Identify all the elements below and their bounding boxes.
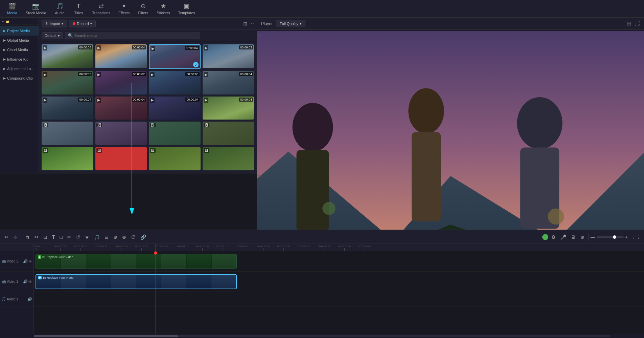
photo-icon-01b: 🖼 xyxy=(204,123,209,127)
filter-icon[interactable]: ⊞ xyxy=(243,21,247,26)
nav-transitions[interactable]: ⇄ Transitions xyxy=(89,1,114,16)
tl-sep-2 xyxy=(588,234,589,240)
tl-mic-btn[interactable]: 🎤 xyxy=(559,233,568,241)
media-item-03-photo-a[interactable]: 🖼 03 Replace Your Photo xyxy=(149,122,201,145)
media-item-05[interactable]: 00:00:04 ▶ 05 Replace Your Video xyxy=(42,97,93,120)
tl-text-btn[interactable]: T xyxy=(50,233,57,241)
media-item-10[interactable]: 00:00:04 ▶ ✓ 10 Replace Your Video xyxy=(149,44,201,69)
nav-stickers[interactable]: ★ Stickers xyxy=(153,1,173,16)
tl-sep-1 xyxy=(21,234,21,240)
add-track-icon[interactable]: + xyxy=(2,20,4,23)
tl-monitor-btn[interactable]: 🖥 xyxy=(569,233,577,241)
track-v2-eye[interactable]: 👁 xyxy=(28,259,32,263)
track-v2-mute[interactable]: 🔊 xyxy=(23,259,28,263)
sidebar-item-compound-clip[interactable]: ▶ Compound Clip xyxy=(0,73,39,83)
nav-audio[interactable]: 🎵 Audio xyxy=(51,1,69,16)
sidebar-item-cloud-media[interactable]: ▶ Cloud Media xyxy=(0,45,39,55)
media-thumb-01-photo-b: 🖼 xyxy=(203,122,254,145)
media-item-04-photo[interactable]: 🖼 04 Replace Your Photo xyxy=(203,147,254,170)
media-item-03-photo-c[interactable]: 🖼 03 Replace Your Photo xyxy=(149,147,201,170)
zoom-slider[interactable] xyxy=(597,236,624,238)
media-duration-11: 00:00:03 xyxy=(78,45,92,49)
hscroll-thumb[interactable] xyxy=(34,335,178,337)
search-input[interactable] xyxy=(74,34,197,38)
tl-select-btn[interactable]: ⊹ xyxy=(12,233,19,241)
default-view-button[interactable]: Default ▾ xyxy=(42,32,63,39)
track-v1-mute[interactable]: 🔊 xyxy=(23,279,28,284)
chevron-icon-2: ▶ xyxy=(3,39,6,42)
grid-view-icon[interactable]: ⊞ xyxy=(627,20,631,27)
sidebar-item-influence-kit[interactable]: ▶ Influence Kit xyxy=(0,55,39,64)
media-item-14[interactable]: 00:00:04 ▶ 14 Replace Your Video xyxy=(95,44,147,69)
media-item-11[interactable]: 00:00:03 ▶ 11 Replace Your Video xyxy=(42,44,93,69)
media-item-02-photo-b[interactable]: 🖼 02 Replace Your Photo xyxy=(42,147,93,170)
record-button[interactable]: Record ▾ xyxy=(69,20,95,27)
track-v1-info: Video 1 xyxy=(7,280,22,283)
tl-undo-btn[interactable]: ↩ xyxy=(3,233,10,241)
track-video1: ▶ 15 Replace Your Video xyxy=(34,272,644,292)
track-a1-icon[interactable]: 🎵 xyxy=(1,297,6,301)
more-options-icon[interactable]: ⋯ xyxy=(249,21,254,26)
quality-button[interactable]: Full Quality ▾ xyxy=(276,20,305,27)
media-thumb-08: 00:00:04 ▶ xyxy=(95,97,147,120)
track-v1-eye[interactable]: 👁 xyxy=(28,280,32,284)
tl-add-track-btn[interactable]: ⊕ xyxy=(579,233,586,241)
ruler-spacer xyxy=(0,244,33,251)
sidebar-item-adjustment-layer[interactable]: ▶ Adjustment La... xyxy=(0,64,39,73)
clip-video1[interactable]: ▶ 15 Replace Your Video xyxy=(36,274,237,289)
media-item-01-photo-a[interactable]: 🖼 01 Replace Your Photo xyxy=(42,122,93,145)
tl-split-btn[interactable]: ⊗ xyxy=(120,233,128,241)
tl-zoom-out-btn[interactable]: — xyxy=(591,234,595,240)
tl-transition-btn[interactable]: ⊟ xyxy=(103,233,110,241)
sidebar-item-project-media[interactable]: ▶ Project Media xyxy=(0,26,39,36)
tl-grid-btn[interactable]: ⋮⋮ xyxy=(630,234,641,240)
tl-crop-btn[interactable]: ⊡ xyxy=(42,233,49,241)
timeline-ruler: 00:00 00:00:00:05 00:00:00:10 00:00 xyxy=(34,244,644,251)
tl-green-indicator[interactable] xyxy=(542,234,548,240)
media-item-12[interactable]: 00:00:03 ▶ 12 Replace Your Video xyxy=(149,71,201,94)
preview-top-bar xyxy=(257,30,644,31)
tl-zoom-btn[interactable]: ⊕ xyxy=(112,233,119,241)
media-item-01-photo-b[interactable]: 🖼 01 Replace Your Photo xyxy=(203,122,254,145)
tl-cut-btn[interactable]: ✂ xyxy=(33,233,40,241)
tl-shape-btn[interactable]: □ xyxy=(58,233,64,241)
tl-delete-btn[interactable]: 🗑 xyxy=(23,233,31,241)
detach-icon[interactable]: ⛶ xyxy=(635,21,640,27)
chevron-icon-3: ▶ xyxy=(3,48,6,51)
media-item-03-photo-red[interactable]: 🖼 03 Replace Your Photo xyxy=(95,147,147,170)
track-v1-icon[interactable]: 📹 xyxy=(1,279,6,284)
folder-icon[interactable]: 📁 xyxy=(6,20,9,23)
hscroll-track[interactable] xyxy=(34,335,610,337)
tl-rotate-btn[interactable]: ↺ xyxy=(74,233,82,241)
media-item-02-photo[interactable]: 🖼 02 Replace Your Photo xyxy=(95,122,147,145)
tl-speed-btn[interactable]: ⏱ xyxy=(129,233,137,241)
tl-link-btn[interactable]: 🔗 xyxy=(139,233,148,241)
nav-filters[interactable]: ⊙ Filters xyxy=(134,1,152,16)
nav-effects[interactable]: ✦ Effects xyxy=(115,1,133,16)
clip-video2[interactable]: ▶ 01 Replace Your Video xyxy=(36,254,237,269)
track-v2-icon[interactable]: 📹 xyxy=(1,259,6,263)
tl-audio-btn[interactable]: 🎵 xyxy=(92,233,101,241)
tl-zoom-in-btn[interactable]: + xyxy=(625,234,628,240)
import-button[interactable]: ⬇ Import ▾ xyxy=(42,20,67,27)
media-item-07[interactable]: 00:00:04 ▶ 07 Replace Your Video xyxy=(149,97,201,120)
tl-paint-btn[interactable]: ✏ xyxy=(66,233,73,241)
nav-templates[interactable]: ▣ Templates xyxy=(175,1,198,16)
nav-stock-media[interactable]: 📷 Stock Media xyxy=(22,1,50,16)
nav-media[interactable]: 🎬 Media xyxy=(3,1,21,16)
media-thumb-02-photo: 🖼 xyxy=(95,122,147,145)
tl-effects-btn[interactable]: ★ xyxy=(83,233,91,241)
media-item-16[interactable]: 00:00:03 ▶ 16 Replace Your Video xyxy=(42,71,93,94)
media-item-06[interactable]: 00:00:04 ▶ 06 Replace Your Video xyxy=(203,71,254,94)
media-item-03-video[interactable]: 00:00:04 ▶ 03 Replace Your Video xyxy=(203,97,254,120)
nav-titles[interactable]: T Titles xyxy=(70,1,88,16)
sidebar-item-global-media[interactable]: ▶ Global Media xyxy=(0,36,39,45)
media-item-08[interactable]: 00:00:04 ▶ 08 Replace Your Video xyxy=(95,97,147,120)
media-label-10: 10 Replace Your Video xyxy=(150,69,200,69)
tl-settings-btn[interactable]: ⚙ xyxy=(550,233,557,241)
media-item-09[interactable]: 00:00:03 ▶ 09 Replace Your Video xyxy=(203,44,254,69)
track-a1-mute[interactable]: 🔊 xyxy=(27,297,32,301)
search-box[interactable]: 🔍 xyxy=(65,32,200,39)
media-item-13[interactable]: 00:00:02 ▶ 13 Replace Your Video xyxy=(95,71,147,94)
track-header-video2: 📹 Video 2 🔊 👁 xyxy=(0,251,33,272)
